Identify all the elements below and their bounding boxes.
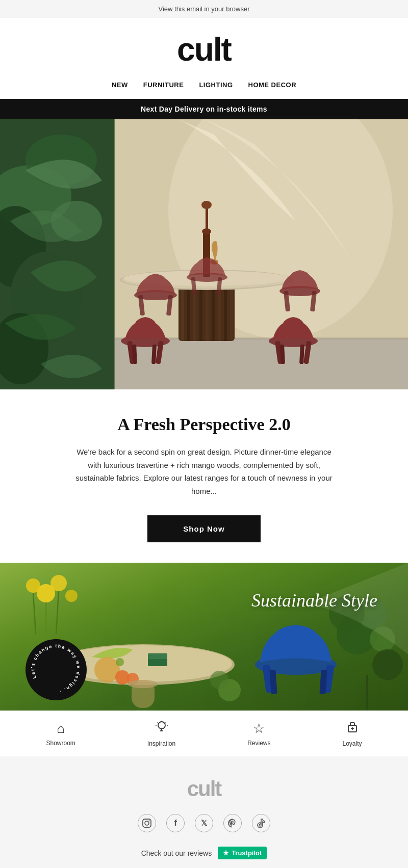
nav-furniture[interactable]: FURNITURE — [143, 81, 184, 89]
svg-point-6 — [0, 313, 48, 384]
brand-logo[interactable]: cult — [10, 33, 398, 66]
tiktok-icon[interactable] — [252, 814, 270, 832]
svg-rect-14 — [187, 282, 190, 341]
svg-point-9 — [168, 119, 393, 338]
sustainable-section: Sustainable Style Let's change the way w… — [0, 563, 408, 711]
pinterest-icon[interactable] — [223, 814, 242, 832]
svg-point-80 — [210, 671, 228, 689]
bottom-navigation: ⌂ Showroom Inspiration ☆ Reviews — [0, 711, 408, 756]
svg-point-35 — [269, 335, 318, 347]
svg-rect-47 — [191, 277, 197, 296]
svg-rect-17 — [206, 282, 209, 341]
svg-point-95 — [149, 821, 150, 822]
svg-rect-13 — [181, 282, 184, 341]
hero-image-inner — [0, 119, 408, 389]
svg-rect-39 — [299, 345, 304, 364]
nav-loyalty[interactable]: Loyalty — [342, 720, 362, 747]
svg-rect-67 — [132, 680, 155, 708]
nav-reviews[interactable]: ☆ Reviews — [247, 721, 270, 747]
svg-point-52 — [26, 578, 40, 593]
trustpilot-label: Trustpilot — [232, 849, 262, 857]
svg-rect-0 — [0, 119, 117, 389]
svg-rect-10 — [115, 338, 408, 389]
svg-line-86 — [157, 723, 158, 724]
svg-point-22 — [120, 270, 293, 290]
content-section: A Fresh Perspective 2.0 We're back for a… — [0, 389, 408, 563]
hero-svg — [0, 119, 408, 389]
svg-rect-48 — [216, 277, 222, 296]
loyalty-label: Loyalty — [342, 740, 362, 747]
nav-inspiration[interactable]: Inspiration — [147, 720, 175, 747]
hero-image — [0, 119, 408, 389]
navigation: NEW FURNITURE LIGHTING HOME DECOR — [0, 76, 408, 99]
svg-rect-19 — [218, 282, 221, 341]
email-wrapper: View this email in your browser cult NEW… — [0, 0, 408, 868]
svg-point-43 — [279, 286, 320, 296]
topbar: View this email in your browser — [0, 0, 408, 18]
shop-now-button[interactable]: Shop Now — [147, 515, 260, 542]
svg-rect-16 — [199, 282, 202, 341]
svg-point-77 — [372, 649, 403, 680]
svg-point-46 — [187, 273, 227, 282]
svg-point-82 — [158, 722, 165, 729]
svg-rect-8 — [115, 119, 408, 389]
svg-point-26 — [202, 228, 211, 234]
svg-point-29 — [210, 259, 218, 265]
svg-rect-27 — [206, 206, 208, 234]
svg-line-87 — [165, 723, 166, 724]
svg-point-30 — [121, 335, 170, 347]
svg-rect-15 — [193, 282, 196, 341]
svg-point-3 — [0, 206, 46, 287]
facebook-icon[interactable]: f — [166, 814, 185, 832]
svg-point-65 — [116, 658, 124, 666]
svg-point-94 — [145, 821, 149, 825]
view-in-browser-link[interactable]: View this email in your browser — [159, 5, 250, 13]
svg-text:Let's change the way we design: Let's change the way we design. · — [26, 639, 87, 700]
section-title: A Fresh Perspective 2.0 — [41, 415, 367, 434]
svg-rect-12 — [178, 282, 235, 341]
svg-rect-21 — [230, 282, 233, 341]
svg-rect-45 — [310, 291, 317, 312]
svg-rect-44 — [284, 291, 290, 312]
loyalty-icon — [346, 720, 359, 737]
delivery-banner: Next Day Delivery on in-stock items — [0, 99, 408, 119]
svg-rect-38 — [280, 345, 285, 364]
svg-point-2 — [26, 135, 97, 186]
trustpilot-badge[interactable]: ★ Trustpilot — [218, 847, 267, 859]
section-body: We're back for a second spin on great de… — [71, 445, 337, 497]
svg-rect-32 — [156, 341, 164, 364]
svg-rect-34 — [151, 345, 157, 364]
nav-new[interactable]: NEW — [112, 81, 128, 89]
svg-rect-11 — [115, 337, 408, 339]
reviews-row: Check out our reviews ★ Trustpilot — [10, 847, 398, 859]
reviews-icon: ☆ — [253, 721, 265, 737]
logo-section: cult — [0, 18, 408, 76]
nav-home-decor[interactable]: HOME DECOR — [248, 81, 297, 89]
svg-point-23 — [122, 271, 291, 288]
reviews-label: Reviews — [247, 740, 270, 747]
svg-rect-64 — [148, 654, 167, 659]
circle-badge: Let's change the way we design. · — [26, 639, 87, 700]
nav-showroom[interactable]: ⌂ Showroom — [46, 721, 75, 747]
showroom-icon: ⌂ — [57, 721, 65, 737]
svg-rect-18 — [212, 282, 215, 341]
svg-point-24 — [123, 271, 290, 286]
svg-rect-25 — [203, 231, 210, 277]
svg-rect-20 — [224, 282, 227, 341]
svg-point-28 — [201, 201, 212, 209]
svg-point-53 — [50, 575, 67, 591]
svg-point-1 — [0, 165, 71, 226]
svg-point-4 — [51, 201, 102, 242]
svg-point-40 — [134, 290, 177, 300]
svg-rect-93 — [143, 819, 151, 827]
instagram-icon[interactable] — [138, 814, 156, 832]
svg-rect-33 — [132, 345, 137, 364]
social-icons: f 𝕏 — [10, 814, 398, 832]
showroom-label: Showroom — [46, 740, 75, 747]
sustainable-title: Sustainable Style — [251, 591, 377, 611]
footer: cult f 𝕏 — [0, 756, 408, 868]
x-twitter-icon[interactable]: 𝕏 — [195, 814, 213, 832]
nav-lighting[interactable]: LIGHTING — [199, 81, 233, 89]
trustpilot-star: ★ — [223, 849, 229, 857]
svg-point-54 — [65, 590, 78, 602]
